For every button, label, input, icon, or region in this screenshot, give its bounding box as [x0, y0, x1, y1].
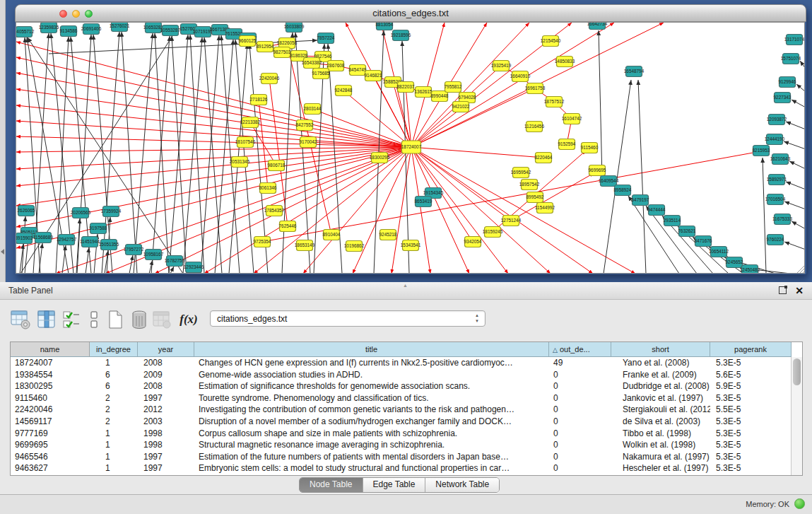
graph-node[interactable]: 9146821 — [365, 71, 382, 81]
row-height-icon[interactable] — [83, 309, 105, 330]
graph-edge[interactable] — [102, 32, 119, 274]
table-row[interactable]: 969969511998Structural magnetic resonanc… — [11, 439, 792, 451]
graph-edge[interactable] — [786, 182, 805, 189]
column-header-year[interactable]: year — [138, 342, 194, 357]
graph-edge[interactable] — [411, 147, 551, 274]
graph-node[interactable]: 2803144 — [304, 104, 322, 115]
table-cell[interactable]: 5.3E-5 — [710, 428, 792, 440]
graph-node[interactable]: 12450482 — [740, 265, 760, 274]
graph-node[interactable]: 19218596 — [391, 30, 411, 41]
graph-node[interactable]: 7955812 — [445, 82, 462, 93]
graph-node[interactable]: 2626065 — [18, 206, 35, 216]
select-columns-icon[interactable] — [61, 309, 82, 330]
graph-node[interactable]: 3915903 — [16, 233, 33, 244]
graph-node[interactable]: 8995492 — [526, 192, 544, 203]
show-column-icon[interactable] — [36, 309, 57, 330]
table-cell[interactable]: 5.3E-5 — [710, 439, 792, 451]
table-cell[interactable]: Estimation of the future numbers of pati… — [194, 451, 549, 463]
graph-edge[interactable] — [149, 260, 153, 274]
graph-node[interactable]: 12751244 — [501, 216, 522, 226]
graph-node[interactable]: 9152594 — [558, 139, 576, 150]
function-builder-icon[interactable]: f(x) — [178, 309, 199, 330]
table-cell[interactable]: 0 — [549, 416, 611, 428]
table-row[interactable]: 911546021997Tourette syndrome. Phenomeno… — [11, 392, 792, 404]
table-cell[interactable]: Tibbo et al. (1998) — [611, 428, 710, 440]
table-cell[interactable]: Jankovic et al. (1997) — [611, 392, 710, 404]
graph-node[interactable]: 9197588 — [90, 223, 107, 234]
table-panel-header[interactable]: Table Panel ▲ ✕ — [0, 282, 812, 300]
tab-node-table[interactable]: Node Table — [300, 478, 363, 492]
table-cell[interactable]: Genome-wide association studies in ADHD. — [194, 369, 549, 381]
table-cell[interactable]: 14569117 — [11, 416, 90, 428]
graph-node[interactable]: 12942757 — [57, 235, 77, 245]
graph-node[interactable]: 2935114 — [664, 216, 681, 226]
graph-edge[interactable] — [599, 30, 602, 177]
graph-node[interactable]: 12359835 — [39, 23, 59, 33]
network-window[interactable]: citations_edges.txt 24055712123598359134… — [15, 4, 806, 274]
graph-edge[interactable] — [16, 121, 411, 147]
graph-edge[interactable] — [789, 161, 805, 169]
table-row[interactable]: 1872400712008Changes of HCN gene express… — [11, 357, 792, 369]
graph-node[interactable]: 9242848 — [335, 86, 353, 96]
table-cell[interactable]: Hescheler et al. (1997) — [611, 462, 710, 474]
graph-node[interactable]: 17854357 — [264, 206, 285, 216]
table-cell[interactable]: Dudbridge et al. (2008) — [611, 380, 710, 392]
table-cell[interactable]: 19384554 — [11, 369, 90, 381]
graph-node[interactable]: 9421022 — [452, 102, 470, 112]
citation-network-graph[interactable]: 2405571212359835913458620691406152760211… — [16, 23, 805, 274]
graph-node[interactable]: 9245218 — [379, 230, 397, 240]
graph-node[interactable]: 11451944 — [80, 237, 100, 247]
table-cell[interactable]: 9777169 — [11, 428, 90, 440]
table-cell[interactable]: 0 — [549, 392, 611, 404]
close-panel-icon[interactable]: ✕ — [795, 284, 804, 297]
tab-network-table[interactable]: Network Table — [425, 478, 499, 492]
graph-node[interactable]: 20206565 — [71, 208, 91, 218]
vertical-scrollbar[interactable] — [791, 357, 802, 475]
table-cell[interactable]: 2012 — [138, 404, 194, 416]
graph-node[interactable]: 7625446 — [279, 221, 297, 232]
graph-edge[interactable] — [786, 122, 805, 129]
column-header-title[interactable]: title — [194, 342, 549, 357]
tab-edge-table[interactable]: Edge Table — [363, 478, 426, 492]
table-cell[interactable]: Estimation of significance thresholds fo… — [194, 380, 549, 392]
table-cell[interactable]: Corpus callosum shape and size in male p… — [194, 428, 549, 440]
table-cell[interactable]: 2 — [90, 392, 138, 404]
table-cell[interactable]: 0 — [549, 462, 611, 474]
graph-node[interactable]: 14850833 — [555, 57, 575, 67]
graph-node[interactable]: 9474444 — [648, 205, 666, 216]
graph-node[interactable]: 7632621 — [678, 226, 696, 237]
graph-edge[interactable] — [129, 255, 133, 274]
graph-node[interactable]: 2718126 — [250, 95, 268, 105]
graph-node[interactable]: 16782759 — [165, 256, 185, 267]
graph-edge[interactable] — [134, 33, 153, 274]
graph-node[interactable]: 8912954 — [257, 42, 274, 52]
graph-node[interactable]: 20531345 — [230, 157, 250, 168]
graph-edge[interactable] — [411, 147, 469, 274]
table-cell[interactable]: 0 — [549, 428, 611, 440]
graph-node[interactable]: 19325419 — [491, 61, 512, 71]
table-cell[interactable]: 0 — [549, 369, 611, 381]
table-cell[interactable]: 5.5E-5 — [710, 404, 792, 416]
graph-node[interactable]: 12154540 — [541, 36, 561, 47]
table-cell[interactable]: 22420046 — [11, 404, 90, 416]
graph-edge[interactable] — [172, 36, 187, 274]
graph-edge[interactable] — [763, 158, 766, 274]
scrollbar-thumb[interactable] — [793, 358, 801, 385]
table-cell[interactable]: 1 — [90, 451, 138, 463]
new-table-icon[interactable] — [105, 309, 126, 330]
graph-node[interactable]: 9699695 — [589, 165, 606, 176]
table-row[interactable]: 946362711997Embryonic stem cells: a mode… — [11, 462, 792, 474]
graph-edge[interactable] — [411, 23, 614, 147]
network-window-titlebar[interactable]: citations_edges.txt — [15, 4, 806, 22]
table-cell[interactable]: Wolkin et al. (1998) — [611, 439, 710, 451]
resize-grip-icon[interactable] — [796, 265, 805, 274]
table-cell[interactable]: 2008 — [138, 357, 194, 369]
graph-node[interactable]: 10196862 — [344, 241, 365, 252]
table-cell[interactable]: 0 — [549, 439, 611, 451]
graph-node[interactable]: 9827503 — [273, 47, 291, 58]
graph-node[interactable]: 20691406 — [81, 24, 102, 35]
graph-node[interactable]: 8215953 — [753, 146, 770, 156]
table-cell[interactable]: 9699695 — [11, 439, 90, 451]
graph-node[interactable]: 10654112 — [709, 247, 729, 257]
graph-node[interactable]: 9227343 — [774, 93, 792, 103]
